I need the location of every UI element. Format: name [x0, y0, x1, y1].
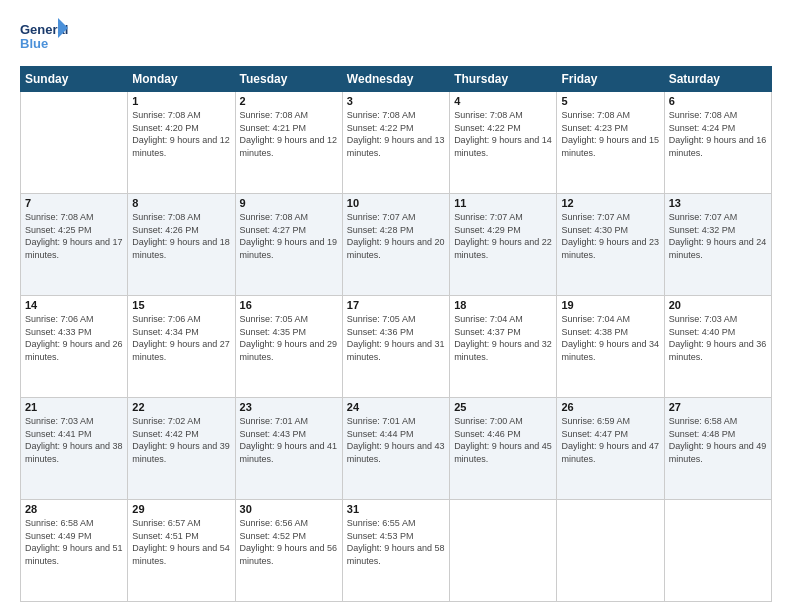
calendar-cell: 18Sunrise: 7:04 AMSunset: 4:37 PMDayligh… — [450, 296, 557, 398]
col-header-wednesday: Wednesday — [342, 67, 449, 92]
day-number: 15 — [132, 299, 230, 311]
day-info: Sunrise: 7:08 AMSunset: 4:25 PMDaylight:… — [25, 211, 123, 261]
calendar-cell: 16Sunrise: 7:05 AMSunset: 4:35 PMDayligh… — [235, 296, 342, 398]
day-info: Sunrise: 7:06 AMSunset: 4:34 PMDaylight:… — [132, 313, 230, 363]
day-info: Sunrise: 7:03 AMSunset: 4:41 PMDaylight:… — [25, 415, 123, 465]
day-info: Sunrise: 7:02 AMSunset: 4:42 PMDaylight:… — [132, 415, 230, 465]
calendar-cell: 13Sunrise: 7:07 AMSunset: 4:32 PMDayligh… — [664, 194, 771, 296]
day-number: 10 — [347, 197, 445, 209]
day-info: Sunrise: 7:07 AMSunset: 4:30 PMDaylight:… — [561, 211, 659, 261]
day-info: Sunrise: 7:08 AMSunset: 4:23 PMDaylight:… — [561, 109, 659, 159]
day-info: Sunrise: 6:58 AMSunset: 4:48 PMDaylight:… — [669, 415, 767, 465]
day-number: 21 — [25, 401, 123, 413]
calendar-cell: 29Sunrise: 6:57 AMSunset: 4:51 PMDayligh… — [128, 500, 235, 602]
logo: GeneralBlue — [20, 16, 70, 56]
day-number: 24 — [347, 401, 445, 413]
day-number: 20 — [669, 299, 767, 311]
day-number: 23 — [240, 401, 338, 413]
day-number: 2 — [240, 95, 338, 107]
day-info: Sunrise: 7:08 AMSunset: 4:27 PMDaylight:… — [240, 211, 338, 261]
col-header-tuesday: Tuesday — [235, 67, 342, 92]
calendar-cell: 27Sunrise: 6:58 AMSunset: 4:48 PMDayligh… — [664, 398, 771, 500]
day-number: 9 — [240, 197, 338, 209]
day-number: 3 — [347, 95, 445, 107]
day-info: Sunrise: 7:04 AMSunset: 4:37 PMDaylight:… — [454, 313, 552, 363]
day-number: 12 — [561, 197, 659, 209]
day-number: 25 — [454, 401, 552, 413]
day-info: Sunrise: 7:04 AMSunset: 4:38 PMDaylight:… — [561, 313, 659, 363]
calendar-cell: 23Sunrise: 7:01 AMSunset: 4:43 PMDayligh… — [235, 398, 342, 500]
day-number: 5 — [561, 95, 659, 107]
day-info: Sunrise: 7:00 AMSunset: 4:46 PMDaylight:… — [454, 415, 552, 465]
calendar-cell: 24Sunrise: 7:01 AMSunset: 4:44 PMDayligh… — [342, 398, 449, 500]
day-info: Sunrise: 7:08 AMSunset: 4:22 PMDaylight:… — [454, 109, 552, 159]
calendar-cell — [664, 500, 771, 602]
calendar-cell: 2Sunrise: 7:08 AMSunset: 4:21 PMDaylight… — [235, 92, 342, 194]
calendar-week-row: 21Sunrise: 7:03 AMSunset: 4:41 PMDayligh… — [21, 398, 772, 500]
day-info: Sunrise: 7:07 AMSunset: 4:28 PMDaylight:… — [347, 211, 445, 261]
calendar-cell — [450, 500, 557, 602]
calendar-cell: 19Sunrise: 7:04 AMSunset: 4:38 PMDayligh… — [557, 296, 664, 398]
day-info: Sunrise: 6:59 AMSunset: 4:47 PMDaylight:… — [561, 415, 659, 465]
col-header-saturday: Saturday — [664, 67, 771, 92]
calendar-week-row: 28Sunrise: 6:58 AMSunset: 4:49 PMDayligh… — [21, 500, 772, 602]
day-info: Sunrise: 7:05 AMSunset: 4:36 PMDaylight:… — [347, 313, 445, 363]
header: GeneralBlue — [20, 16, 772, 56]
col-header-thursday: Thursday — [450, 67, 557, 92]
day-number: 30 — [240, 503, 338, 515]
calendar-cell: 31Sunrise: 6:55 AMSunset: 4:53 PMDayligh… — [342, 500, 449, 602]
calendar-cell: 9Sunrise: 7:08 AMSunset: 4:27 PMDaylight… — [235, 194, 342, 296]
day-number: 31 — [347, 503, 445, 515]
calendar-week-row: 1Sunrise: 7:08 AMSunset: 4:20 PMDaylight… — [21, 92, 772, 194]
calendar-cell — [21, 92, 128, 194]
day-info: Sunrise: 7:08 AMSunset: 4:26 PMDaylight:… — [132, 211, 230, 261]
page: GeneralBlue SundayMondayTuesdayWednesday… — [0, 0, 792, 612]
day-number: 11 — [454, 197, 552, 209]
day-info: Sunrise: 7:03 AMSunset: 4:40 PMDaylight:… — [669, 313, 767, 363]
col-header-sunday: Sunday — [21, 67, 128, 92]
day-number: 4 — [454, 95, 552, 107]
calendar-cell: 1Sunrise: 7:08 AMSunset: 4:20 PMDaylight… — [128, 92, 235, 194]
day-number: 19 — [561, 299, 659, 311]
col-header-monday: Monday — [128, 67, 235, 92]
day-number: 13 — [669, 197, 767, 209]
calendar-cell: 15Sunrise: 7:06 AMSunset: 4:34 PMDayligh… — [128, 296, 235, 398]
logo-icon: GeneralBlue — [20, 16, 70, 56]
calendar-cell: 11Sunrise: 7:07 AMSunset: 4:29 PMDayligh… — [450, 194, 557, 296]
day-info: Sunrise: 7:01 AMSunset: 4:43 PMDaylight:… — [240, 415, 338, 465]
day-info: Sunrise: 7:06 AMSunset: 4:33 PMDaylight:… — [25, 313, 123, 363]
calendar-cell: 7Sunrise: 7:08 AMSunset: 4:25 PMDaylight… — [21, 194, 128, 296]
day-info: Sunrise: 7:08 AMSunset: 4:24 PMDaylight:… — [669, 109, 767, 159]
calendar-cell: 22Sunrise: 7:02 AMSunset: 4:42 PMDayligh… — [128, 398, 235, 500]
calendar-table: SundayMondayTuesdayWednesdayThursdayFrid… — [20, 66, 772, 602]
day-number: 16 — [240, 299, 338, 311]
day-number: 8 — [132, 197, 230, 209]
day-info: Sunrise: 7:08 AMSunset: 4:22 PMDaylight:… — [347, 109, 445, 159]
calendar-cell: 26Sunrise: 6:59 AMSunset: 4:47 PMDayligh… — [557, 398, 664, 500]
day-number: 22 — [132, 401, 230, 413]
day-number: 29 — [132, 503, 230, 515]
calendar-cell: 12Sunrise: 7:07 AMSunset: 4:30 PMDayligh… — [557, 194, 664, 296]
svg-text:Blue: Blue — [20, 36, 48, 51]
day-number: 26 — [561, 401, 659, 413]
day-info: Sunrise: 7:05 AMSunset: 4:35 PMDaylight:… — [240, 313, 338, 363]
day-number: 6 — [669, 95, 767, 107]
calendar-cell: 28Sunrise: 6:58 AMSunset: 4:49 PMDayligh… — [21, 500, 128, 602]
day-number: 17 — [347, 299, 445, 311]
calendar-week-row: 14Sunrise: 7:06 AMSunset: 4:33 PMDayligh… — [21, 296, 772, 398]
calendar-cell: 3Sunrise: 7:08 AMSunset: 4:22 PMDaylight… — [342, 92, 449, 194]
calendar-cell: 21Sunrise: 7:03 AMSunset: 4:41 PMDayligh… — [21, 398, 128, 500]
calendar-cell: 30Sunrise: 6:56 AMSunset: 4:52 PMDayligh… — [235, 500, 342, 602]
day-info: Sunrise: 7:07 AMSunset: 4:29 PMDaylight:… — [454, 211, 552, 261]
day-number: 1 — [132, 95, 230, 107]
day-info: Sunrise: 7:08 AMSunset: 4:20 PMDaylight:… — [132, 109, 230, 159]
day-number: 14 — [25, 299, 123, 311]
day-info: Sunrise: 6:55 AMSunset: 4:53 PMDaylight:… — [347, 517, 445, 567]
day-info: Sunrise: 6:58 AMSunset: 4:49 PMDaylight:… — [25, 517, 123, 567]
day-info: Sunrise: 7:08 AMSunset: 4:21 PMDaylight:… — [240, 109, 338, 159]
calendar-cell: 14Sunrise: 7:06 AMSunset: 4:33 PMDayligh… — [21, 296, 128, 398]
col-header-friday: Friday — [557, 67, 664, 92]
calendar-cell: 20Sunrise: 7:03 AMSunset: 4:40 PMDayligh… — [664, 296, 771, 398]
day-number: 7 — [25, 197, 123, 209]
day-info: Sunrise: 7:07 AMSunset: 4:32 PMDaylight:… — [669, 211, 767, 261]
